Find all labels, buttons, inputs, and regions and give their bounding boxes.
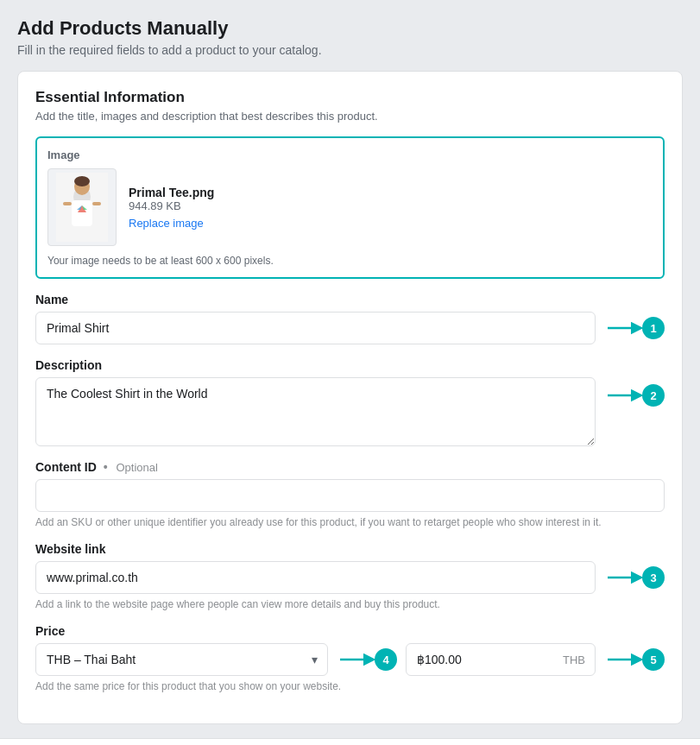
replace-image-link[interactable]: Replace image <box>129 217 204 230</box>
page-title: Add Products Manually <box>17 17 683 40</box>
arrow-3-svg <box>604 567 642 588</box>
name-label: Name <box>35 293 665 306</box>
price-input-wrapper: THB <box>406 643 596 676</box>
price-row: THB – Thai Baht USD – US Dollar EUR – Eu… <box>35 643 665 676</box>
svg-rect-2 <box>72 200 92 226</box>
description-field-group: Description The Coolest Shirt in the Wor… <box>35 358 665 446</box>
annotation-arrow-1: 1 <box>604 317 665 339</box>
image-thumbnail <box>47 168 117 246</box>
arrow-2-svg <box>604 385 642 406</box>
badge-1: 1 <box>642 317 665 339</box>
section-title: Essential Information <box>35 89 665 106</box>
image-label: Image <box>47 148 653 161</box>
svg-rect-8 <box>63 202 72 205</box>
badge-5: 5 <box>642 648 665 671</box>
content-id-input[interactable] <box>35 479 665 512</box>
currency-select[interactable]: THB – Thai Baht USD – US Dollar EUR – Eu… <box>35 643 328 676</box>
page-subtitle: Fill in the required fields to add a pro… <box>17 43 683 57</box>
image-warning: Your image needs to be at least 600 x 60… <box>47 255 653 267</box>
name-field-group: Name 1 <box>35 293 665 344</box>
section-subtitle: Add the title, images and description th… <box>35 110 665 123</box>
badge-4: 4 <box>375 648 397 671</box>
badge-3: 3 <box>642 566 665 589</box>
badge-2: 2 <box>642 384 665 407</box>
price-label: Price <box>35 624 665 638</box>
image-box: Image <box>35 136 665 279</box>
image-row: Primal Tee.png 944.89 KB Replace image <box>47 168 653 246</box>
name-input[interactable] <box>35 312 596 344</box>
arrow-1-svg <box>604 318 642 338</box>
essential-information-card: Essential Information Add the title, ima… <box>17 71 683 724</box>
description-label: Description <box>35 358 665 372</box>
website-link-input[interactable] <box>35 561 596 594</box>
website-link-hint: Add a link to the website page where peo… <box>35 598 665 610</box>
price-input[interactable] <box>406 643 596 676</box>
image-info: Primal Tee.png 944.89 KB Replace image <box>129 186 214 230</box>
annotation-arrow-5: 5 <box>604 648 665 671</box>
image-filesize: 944.89 KB <box>129 199 214 212</box>
page-container: Add Products Manually Fill in the requir… <box>0 0 700 724</box>
content-id-hint: Add an SKU or other unique identifier yo… <box>35 516 665 528</box>
website-link-field-group: Website link 3 Add a link <box>35 542 665 610</box>
content-id-label: Content ID • Optional <box>35 460 665 474</box>
annotation-arrow-2: 2 <box>604 384 665 407</box>
website-link-label: Website link <box>35 542 665 556</box>
footer-bar: Cancel 6 Add Product <box>0 738 700 745</box>
description-textarea[interactable]: The Coolest Shirt in the World <box>35 377 596 446</box>
annotation-arrow-3: 3 <box>604 566 665 589</box>
svg-rect-9 <box>92 202 101 205</box>
annotation-arrow-4: 4 <box>337 648 397 671</box>
image-filename: Primal Tee.png <box>129 186 214 199</box>
svg-point-4 <box>74 176 90 186</box>
arrow-4-svg <box>337 649 375 670</box>
arrow-5-svg <box>604 649 642 670</box>
price-field-group: Price THB – Thai Baht USD – US Dollar EU… <box>35 624 665 692</box>
price-hint: Add the same price for this product that… <box>35 680 665 692</box>
currency-select-wrapper: THB – Thai Baht USD – US Dollar EUR – Eu… <box>35 643 328 676</box>
content-id-field-group: Content ID • Optional Add an SKU or othe… <box>35 460 665 528</box>
